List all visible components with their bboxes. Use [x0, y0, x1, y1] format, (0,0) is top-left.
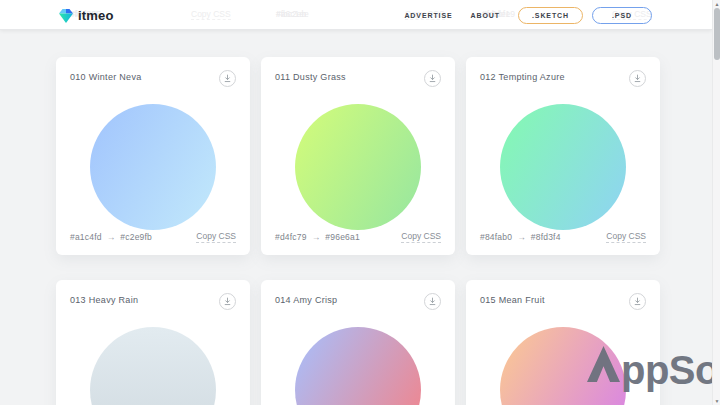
gradient-card-amy-crisp: 014 Amy Crisp #a6c0fe → #f68084 Copy CSS: [261, 280, 455, 405]
arrow-right-icon: →: [517, 232, 526, 242]
arrow-right-icon: →: [312, 232, 321, 242]
download-button[interactable]: [219, 293, 236, 310]
hex-from: #a1c4fd: [70, 232, 102, 242]
sketch-download-button[interactable]: .SKETCH: [518, 7, 583, 24]
card-header: 015 Mean Fruit: [480, 293, 646, 310]
download-icon: [633, 297, 642, 306]
gradient-circle: [90, 104, 216, 230]
logo-text: itmeo: [78, 8, 114, 23]
gradient-circle: [295, 104, 421, 230]
card-footer: #d4fc79 → #96e6a1 Copy CSS: [275, 231, 441, 243]
hex-to: #96e6a1: [325, 232, 360, 242]
hex-codes: #84fab0 → #8fd3f4: [480, 232, 561, 242]
gradient-card-winter-neva: 010 Winter Neva #a1c4fd → #c2e9fb Copy C…: [56, 57, 250, 255]
gradient-card-dusty-grass: 011 Dusty Grass #d4fc79 → #96e6a1 Copy C…: [261, 57, 455, 255]
header-nav: ADVERTISE ABOUT .SKETCH .PSD: [404, 0, 712, 30]
download-icon: [428, 297, 437, 306]
card-header: 013 Heavy Rain: [70, 293, 236, 310]
scrollbar[interactable]: ▲ ▼: [712, 0, 720, 405]
download-icon: [223, 297, 232, 306]
appso-watermark: ppSo: [587, 346, 719, 391]
arrow-right-icon: →: [107, 232, 116, 242]
top-header: #f6d365 → #fda085 Copy CSS #fbc2eb → #a6…: [0, 0, 712, 30]
card-header: 010 Winter Neva: [70, 70, 236, 87]
gradient-card-heavy-rain: 013 Heavy Rain #cfd9df → #e2ebf0 Copy CS…: [56, 280, 250, 405]
psd-download-button[interactable]: .PSD: [592, 7, 652, 24]
hex-codes: #d4fc79 → #96e6a1: [275, 232, 360, 242]
download-button[interactable]: [629, 293, 646, 310]
card-title: 011 Dusty Grass: [275, 70, 346, 82]
download-icon: [223, 74, 232, 83]
download-button[interactable]: [629, 70, 646, 87]
card-title: 012 Tempting Azure: [480, 70, 565, 82]
download-icon: [633, 74, 642, 83]
ghost-copy-css: Copy CSS: [191, 9, 231, 20]
card-header: 011 Dusty Grass: [275, 70, 441, 87]
gradient-card-tempting-azure: 012 Tempting Azure #84fab0 → #8fd3f4 Cop…: [466, 57, 660, 255]
download-button[interactable]: [424, 293, 441, 310]
gradient-circle: [90, 327, 216, 405]
copy-css-link[interactable]: Copy CSS: [196, 231, 236, 243]
card-title: 013 Heavy Rain: [70, 293, 138, 305]
nav-about[interactable]: ABOUT: [471, 12, 500, 19]
itmeo-logo[interactable]: itmeo: [59, 8, 114, 23]
hex-to: #c2e9fb: [120, 232, 152, 242]
card-title: 015 Mean Fruit: [480, 293, 545, 305]
hex-codes: #a1c4fd → #c2e9fb: [70, 232, 152, 242]
card-footer: #a1c4fd → #c2e9fb Copy CSS: [70, 231, 236, 243]
appso-a-triangle-icon: [587, 346, 620, 382]
card-title: 010 Winter Neva: [70, 70, 142, 82]
download-icon: [428, 74, 437, 83]
copy-css-link[interactable]: Copy CSS: [401, 231, 441, 243]
hex-from: #d4fc79: [275, 232, 307, 242]
hex-from: #84fab0: [480, 232, 512, 242]
scrollbar-thumb[interactable]: [714, 8, 720, 60]
download-button[interactable]: [219, 70, 236, 87]
scroll-up-arrow-icon[interactable]: ▲: [713, 0, 720, 8]
download-button[interactable]: [424, 70, 441, 87]
hex-to: #8fd3f4: [531, 232, 561, 242]
card-title: 014 Amy Crisp: [275, 293, 337, 305]
card-footer: #84fab0 → #8fd3f4 Copy CSS: [480, 231, 646, 243]
card-header: 014 Amy Crisp: [275, 293, 441, 310]
copy-css-link[interactable]: Copy CSS: [606, 231, 646, 243]
nav-advertise[interactable]: ADVERTISE: [404, 12, 452, 19]
gradient-circle: [500, 104, 626, 230]
appso-watermark-text: ppSo: [621, 350, 719, 391]
gradient-circle: [295, 327, 421, 405]
gradient-grid: 010 Winter Neva #a1c4fd → #c2e9fb Copy C…: [56, 57, 660, 405]
scroll-down-arrow-icon[interactable]: ▼: [713, 397, 720, 405]
itmeo-diamond-icon: [59, 9, 73, 23]
card-header: 012 Tempting Azure: [480, 70, 646, 87]
